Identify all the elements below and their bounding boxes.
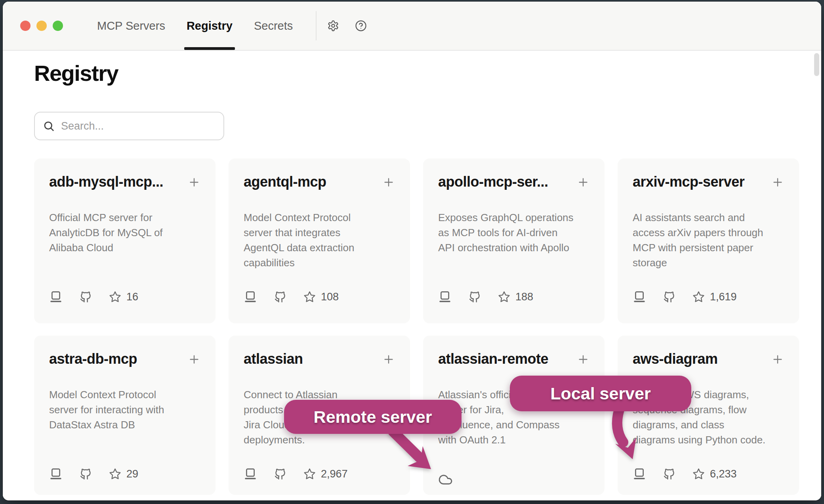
description-line: Model Context Protocol — [49, 387, 204, 402]
github-icon — [663, 290, 676, 304]
star-icon — [109, 291, 121, 303]
plus-icon — [188, 353, 200, 365]
description-line: server for interacting with — [49, 402, 204, 417]
server-name: arxiv-mcp-server — [633, 174, 784, 190]
github-icon — [79, 290, 92, 304]
description-line: Official MCP server for — [49, 210, 204, 225]
description-line: capabilities — [244, 255, 398, 270]
plus-icon — [772, 176, 784, 188]
server-name: agentql-mcp — [244, 174, 395, 190]
star-count: 16 — [126, 291, 138, 303]
add-server-button[interactable] — [574, 350, 593, 369]
description-line: with OAuth 2.1 — [438, 432, 593, 447]
star-icon — [109, 468, 121, 480]
github-icon — [274, 290, 287, 304]
server-card[interactable]: agentql-mcp Model Context Protocolserver… — [229, 158, 410, 323]
server-card[interactable]: adb-mysql-mcp... Official MCP server for… — [34, 158, 216, 323]
star-rating: 108 — [303, 291, 339, 303]
description-line: Model Context Protocol — [244, 210, 398, 225]
scrollbar-thumb[interactable] — [814, 53, 819, 76]
server-card[interactable]: arxiv-mcp-server AI assistants search an… — [618, 158, 799, 323]
tab-secrets[interactable]: Secrets — [253, 2, 294, 50]
card-footer: 6,233 — [633, 466, 737, 481]
card-footer: 16 — [49, 289, 138, 304]
server-description: Model Context Protocolserver for interac… — [49, 387, 204, 432]
server-card[interactable]: astra-db-mcp Model Context Protocolserve… — [34, 336, 216, 495]
add-server-button[interactable] — [185, 350, 204, 369]
description-line: Alibaba Cloud — [49, 240, 204, 255]
star-count: 29 — [126, 468, 138, 480]
search-input[interactable] — [61, 120, 216, 132]
server-description: Official MCP server forAnalyticDB for My… — [49, 210, 204, 255]
description-line: Exposes GraphQL operations — [438, 210, 593, 225]
star-icon — [303, 468, 316, 480]
server-name: adb-mysql-mcp... — [49, 174, 200, 190]
description-line: DataStax Astra DB — [49, 417, 204, 432]
laptop-icon — [438, 290, 452, 304]
star-rating: 6,233 — [692, 468, 737, 480]
app-window: MCP Servers Registry Secrets Registry — [3, 2, 821, 500]
description-line: API orchestration with Apollo — [438, 240, 593, 255]
server-name: atlassian — [244, 351, 395, 367]
description-line: deployments. — [244, 432, 398, 447]
plus-icon — [772, 353, 784, 365]
card-footer: 2,967 — [244, 466, 348, 481]
plus-icon — [577, 353, 589, 365]
laptop-icon — [633, 290, 646, 304]
description-line: MCP with persistent paper — [633, 240, 787, 255]
description-line: AnalyticDB for MySQL of — [49, 225, 204, 240]
star-rating: 16 — [109, 291, 138, 303]
traffic-lights — [20, 21, 63, 31]
laptop-icon — [244, 467, 257, 481]
server-description: Exposes GraphQL operationsas MCP tools f… — [438, 210, 593, 255]
server-name: aws-diagram — [633, 351, 784, 367]
star-count: 6,233 — [710, 468, 737, 480]
server-name: apollo-mcp-ser... — [438, 174, 589, 190]
titlebar: MCP Servers Registry Secrets — [3, 2, 821, 51]
github-icon — [663, 468, 676, 481]
card-footer: 108 — [244, 289, 339, 304]
add-server-button[interactable] — [379, 173, 398, 192]
add-server-button[interactable] — [574, 173, 593, 192]
card-footer: 29 — [49, 466, 138, 481]
star-rating: 188 — [498, 291, 533, 303]
plus-icon — [188, 176, 200, 188]
tab-mcp-servers[interactable]: MCP Servers — [96, 2, 166, 50]
close-button[interactable] — [20, 21, 31, 31]
add-server-button[interactable] — [379, 350, 398, 369]
server-description: AI assistants search andaccess arXiv pap… — [633, 210, 787, 270]
tab-registry[interactable]: Registry — [186, 2, 233, 50]
add-server-button[interactable] — [768, 350, 787, 369]
server-card[interactable]: apollo-mcp-ser... Exposes GraphQL operat… — [423, 158, 605, 323]
laptop-icon — [633, 467, 646, 481]
laptop-icon — [244, 290, 257, 304]
description-line: AI assistants search and — [633, 210, 787, 225]
local-server-callout: Local server — [510, 376, 691, 411]
settings-button[interactable] — [322, 15, 344, 37]
card-grid: adb-mysql-mcp... Official MCP server for… — [34, 158, 799, 495]
github-icon — [79, 468, 92, 481]
help-button[interactable] — [350, 15, 372, 37]
remote-server-callout: Remote server — [284, 400, 462, 434]
zoom-button[interactable] — [53, 21, 63, 31]
plus-icon — [577, 176, 589, 188]
star-icon — [692, 291, 705, 303]
help-icon — [355, 20, 367, 32]
github-icon — [274, 468, 287, 481]
star-rating: 29 — [109, 468, 138, 480]
titlebar-tabs: MCP Servers Registry Secrets — [96, 2, 294, 50]
star-icon — [498, 291, 510, 303]
card-footer: 188 — [438, 289, 533, 304]
add-server-button[interactable] — [768, 173, 787, 192]
server-card[interactable]: aws-diagram Generate AWS diagrams,sequen… — [618, 336, 799, 495]
laptop-icon — [49, 467, 63, 481]
minimize-button[interactable] — [36, 21, 47, 31]
plus-icon — [383, 353, 395, 365]
add-server-button[interactable] — [185, 173, 204, 192]
search-box[interactable] — [34, 112, 224, 140]
star-count: 108 — [321, 291, 339, 303]
star-icon — [303, 291, 316, 303]
star-count: 1,619 — [710, 291, 737, 303]
plus-icon — [383, 176, 395, 188]
star-rating: 1,619 — [692, 291, 737, 303]
